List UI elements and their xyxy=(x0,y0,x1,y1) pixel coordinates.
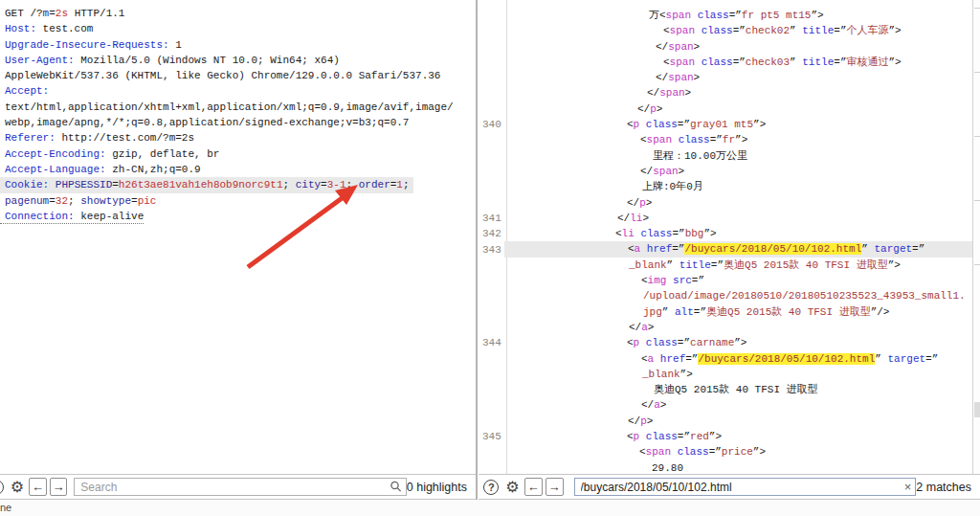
code-line: text/html,application/xhtml+xml,applicat… xyxy=(0,100,476,115)
match-count: 2 matches xyxy=(916,481,971,494)
scrollbar[interactable] xyxy=(972,0,980,474)
code-line: </a> xyxy=(510,320,972,335)
code-line: <a href=”/buycars/2018/05/10/102.html” t… xyxy=(504,241,972,257)
settings-gear-icon[interactable]: ⚙ xyxy=(503,478,522,496)
next-match-button[interactable]: → xyxy=(50,478,68,496)
status-bar: ne xyxy=(0,501,980,516)
code-line: <span class=”check02” title=”个人车源”> xyxy=(510,23,972,38)
code-line: _blank” title=”奥迪Q5 2015款 40 TFSI 进取型”> xyxy=(510,258,972,273)
code-line: </p> xyxy=(510,414,972,429)
code-line: Accept: xyxy=(0,83,476,99)
scrollbar-tick xyxy=(974,264,980,265)
previous-match-button[interactable]: ← xyxy=(524,478,543,496)
code-line: Host: test.com xyxy=(0,21,476,36)
code-line: </span> xyxy=(510,39,972,55)
scrollbar-tick xyxy=(974,200,980,201)
code-line: </p> xyxy=(510,195,972,211)
previous-match-button[interactable]: ← xyxy=(29,478,47,496)
settings-gear-icon[interactable]: ⚙ xyxy=(9,478,27,496)
code-line: </li> xyxy=(510,211,972,226)
arrow-left-icon: ← xyxy=(32,481,44,493)
code-line: 里程：10.00万公里 xyxy=(510,148,972,164)
code-line: <p class=”gray01 mt5”> xyxy=(510,117,972,132)
code-line: GET /?m=2s HTTP/1.1 xyxy=(0,6,476,21)
line-number: 345 xyxy=(482,429,501,444)
code-line: <span class=”fr”> xyxy=(510,132,972,147)
line-number: 340 xyxy=(482,117,501,132)
code-line: <p class=”red”> xyxy=(510,429,972,444)
scrollbar-tick xyxy=(974,72,980,73)
code-line: <a href=”/buycars/2018/05/10/102.html” t… xyxy=(510,351,972,367)
search-icon xyxy=(390,480,402,493)
find-input[interactable] xyxy=(574,478,917,496)
arrow-right-icon: → xyxy=(548,481,561,493)
code-line: Connection: keep-alive xyxy=(0,209,144,224)
search-input[interactable] xyxy=(74,478,406,496)
code-line: <li class=”bbg”> xyxy=(510,226,972,241)
code-line: 奥迪Q5 2015款 40 TFSI 进取型 xyxy=(510,382,972,397)
code-line: Accept-Encoding: gzip, deflate, br xyxy=(0,146,476,162)
pane-divider[interactable] xyxy=(476,0,478,500)
search-match-highlight: /buycars/2018/05/10/102.html xyxy=(684,243,861,255)
clear-search-icon[interactable]: × xyxy=(904,480,912,494)
code-line: </span> xyxy=(510,85,972,101)
http-debugger-window: GET /?m=2s HTTP/1.1Host: test.comUpgrade… xyxy=(0,0,980,516)
code-line: <p class=”carname”> xyxy=(510,335,972,350)
code-line: jpg” alt=”奥迪Q5 2015款 40 TFSI 进取型”/> xyxy=(510,304,972,320)
code-line: <span class=”price”> xyxy=(510,444,972,460)
code-line: _blank”> xyxy=(510,367,972,382)
line-number-gutter: 340341342343344345 xyxy=(479,8,506,474)
help-icon[interactable]: ? xyxy=(482,478,501,496)
code-line: </span> xyxy=(510,70,972,85)
code-line: Accept-Language: zh-CN,zh;q=0.9 xyxy=(0,162,476,177)
code-line: AppleWebKit/537.36 (KHTML, like Gecko) C… xyxy=(0,68,476,83)
line-number: 343 xyxy=(482,242,501,258)
help-icon[interactable]: ? xyxy=(0,478,6,496)
search-match-highlight: /buycars/2018/05/10/102.html xyxy=(698,353,875,365)
code-line: 上牌:0年0月 xyxy=(510,179,972,194)
code-line: /upload/image/20180510/20180510235523_43… xyxy=(510,288,972,303)
response-find-toolbar: ? ⚙ ← → × 2 matches xyxy=(479,474,980,500)
line-number: 341 xyxy=(482,211,501,226)
request-headers-pane[interactable]: GET /?m=2s HTTP/1.1Host: test.comUpgrade… xyxy=(0,0,476,474)
highlight-count: 0 highlights xyxy=(407,481,467,494)
code-line: </p> xyxy=(510,101,972,117)
scrollbar-tick xyxy=(974,136,980,137)
arrow-left-icon: ← xyxy=(527,481,540,493)
code-line: Upgrade-Insecure-Requests: 1 xyxy=(0,37,476,53)
response-lines: 万<span class=”fr pt5 mt15”><span class=”… xyxy=(510,8,972,474)
response-source-pane[interactable]: 340341342343344345 万<span class=”fr pt5 … xyxy=(479,0,972,474)
code-line: <span class=”check03” title=”审核通过”> xyxy=(510,55,972,70)
code-line: webp,image/apng,*/*;q=0.8,application/si… xyxy=(0,115,476,130)
request-find-toolbar: ? ⚙ ← → 0 highlights xyxy=(0,474,476,500)
next-match-button[interactable]: → xyxy=(546,478,564,496)
status-text: ne xyxy=(0,502,11,513)
line-number: 344 xyxy=(482,335,501,350)
code-line: 29.80 xyxy=(510,460,972,474)
arrow-right-icon: → xyxy=(52,481,64,493)
line-number: 342 xyxy=(482,226,501,241)
code-line: Cookie: PHPSESSID=h26t3ae81vah1eh8ob9nor… xyxy=(0,177,413,192)
code-line: Referer: http://test.com/?m=2s xyxy=(0,130,476,146)
code-line: User-Agent: Mozilla/5.0 (Windows NT 10.0… xyxy=(0,53,476,68)
code-line: <img src=” xyxy=(510,273,972,288)
scrollbar-tick xyxy=(974,8,980,9)
code-line: 万<span class=”fr pt5 mt15”> xyxy=(510,8,972,23)
request-lines: GET /?m=2s HTTP/1.1Host: test.comUpgrade… xyxy=(0,6,476,224)
scrollbar-thumb[interactable] xyxy=(974,402,980,417)
code-line: </span> xyxy=(510,164,972,179)
code-line: </a> xyxy=(510,397,972,413)
code-line: pagenum=32; showtype=pic xyxy=(0,193,476,209)
gutter-separator xyxy=(506,0,507,474)
